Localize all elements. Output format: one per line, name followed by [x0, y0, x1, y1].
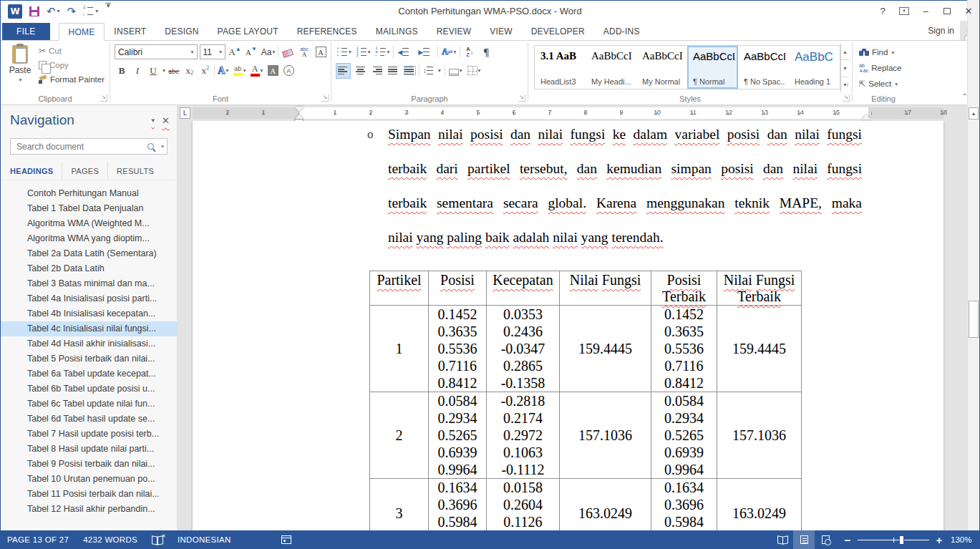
strikethrough-button[interactable]: abc	[167, 63, 181, 79]
tab-design[interactable]: DESIGN	[155, 23, 208, 40]
tab-add-ins[interactable]: ADD-INS	[594, 23, 649, 40]
tab-review[interactable]: REVIEW	[427, 23, 481, 40]
zoom-slider-thumb[interactable]	[899, 535, 904, 545]
tab-developer[interactable]: DEVELOPER	[522, 23, 594, 40]
word-count[interactable]: 4232 WORDS	[76, 530, 145, 549]
nav-heading-item[interactable]: Algoritma WMA yang dioptim...	[1, 231, 177, 246]
table-cell[interactable]: 163.0249	[717, 479, 802, 531]
style-card-heading-1[interactable]: AaBbCHeading 1	[789, 46, 840, 89]
page[interactable]: o Simpan nilai posisi dan nilai fungsi k…	[193, 121, 943, 530]
language-indicator[interactable]: INDONESIAN	[170, 530, 238, 549]
change-case-button[interactable]: Aa▾	[261, 44, 276, 60]
search-input[interactable]	[15, 141, 147, 152]
copy-button[interactable]: Copy	[37, 58, 107, 72]
paragraph-line[interactable]: nilai yang paling baik adalah nilai yang…	[388, 220, 862, 255]
font-color-button[interactable]: A▾	[249, 63, 265, 79]
zoom-out-button[interactable]: −	[843, 534, 852, 546]
style-card-normal[interactable]: AaBbCcDc¶ Normal	[687, 46, 738, 89]
bold-button[interactable]: B	[115, 63, 129, 79]
style-card-headlist3[interactable]: 3.1 AaBHeadList3	[535, 46, 586, 89]
nav-heading-item[interactable]: Tabel 6a Tabel update kecepat...	[1, 366, 177, 382]
table-cell[interactable]: 0.14520.36350.55360.71160.8412	[651, 306, 717, 392]
zoom-in-button[interactable]: +	[935, 534, 943, 546]
table-cell[interactable]: 157.1036	[560, 392, 651, 479]
help-button[interactable]: ?	[872, 2, 893, 21]
table-cell[interactable]: 0.05840.29340.52650.69390.9964	[651, 392, 717, 479]
format-painter-button[interactable]: Format Painter	[37, 72, 107, 87]
font-dialog-launcher[interactable]: ↘	[321, 94, 329, 102]
nav-heading-item[interactable]: Tabel 3 Batas minimal dan ma...	[1, 276, 177, 291]
redo-button[interactable]: ↷	[64, 3, 79, 20]
styles-scroll-down[interactable]: ▼	[841, 60, 849, 77]
table-cell[interactable]: 163.0249	[560, 479, 651, 531]
nav-heading-item[interactable]: Tabel 12 Hasil akhir perbandin...	[1, 502, 177, 517]
paragraph-dialog-launcher[interactable]: ↘	[518, 94, 525, 102]
underline-button[interactable]: U	[146, 63, 160, 79]
nav-heading-item[interactable]: Tabel 11 Posisi terbaik dan nilai...	[1, 487, 177, 502]
table-cell[interactable]: 0.16340.36960.59840.6965	[651, 479, 717, 531]
close-button[interactable]: ✕	[958, 2, 979, 21]
table-cell[interactable]: -0.28180.21740.29720.1063-0.1112	[487, 392, 560, 479]
replace-button[interactable]: ab↳acReplace	[857, 61, 903, 75]
nav-heading-item[interactable]: Algoritma WMA (Weighted M...	[1, 216, 177, 231]
print-layout-button[interactable]	[793, 530, 815, 549]
subscript-button[interactable]: x2	[183, 63, 197, 79]
vertical-scrollbar[interactable]: ▲	[967, 0, 979, 530]
qat-customize-button[interactable]: ▾	[102, 3, 114, 20]
paragraph[interactable]: Simpan nilai posisi dan nilai fungsi ke …	[388, 121, 862, 255]
align-center-button[interactable]	[353, 63, 367, 79]
table-header-cell[interactable]: PosisiTerbaik	[651, 271, 717, 306]
show-marks-button[interactable]: ¶	[479, 44, 493, 60]
nav-tab-headings[interactable]: HEADINGS	[10, 162, 62, 180]
table-header-cell[interactable]: Posisi	[429, 271, 487, 306]
table-cell[interactable]: 159.4445	[560, 306, 651, 392]
undo-dropdown-caret[interactable]: ▾	[57, 8, 60, 14]
search-icon[interactable]	[147, 143, 154, 150]
maximize-button[interactable]	[936, 2, 958, 21]
style-card-my-headi[interactable]: AaBbCcIMy Headi...	[586, 46, 636, 89]
multilevel-list-button[interactable]: 1ai▾	[374, 44, 392, 60]
distribute-button[interactable]	[402, 63, 417, 79]
clipboard-dialog-launcher[interactable]: ↘	[100, 94, 107, 102]
line-spacing-button[interactable]: ↕▾	[422, 63, 442, 79]
styles-scroll-up[interactable]: ▲	[841, 44, 849, 60]
paragraph-line[interactable]: terbaik sementara secara global. Karena …	[388, 186, 862, 220]
align-right-button[interactable]	[369, 63, 384, 79]
nav-heading-item[interactable]: Tabel 4c Inisialisasi nilai fungsi...	[1, 321, 177, 336]
undo-button[interactable]: ↶▾	[44, 3, 63, 20]
underline-caret[interactable]: ▾	[162, 67, 165, 74]
table-cell[interactable]: 3	[370, 479, 429, 531]
paste-button[interactable]: Paste ▾	[5, 44, 35, 93]
style-card-my-normal[interactable]: AaBbCcIMy Normal	[636, 46, 687, 89]
tab-view[interactable]: VIEW	[480, 23, 521, 40]
enclose-characters-button[interactable]: A	[281, 63, 296, 79]
nav-heading-item[interactable]: Tabel 4b Inisialisasi kecepatan...	[1, 306, 177, 321]
highlight-button[interactable]: ab▾	[232, 63, 248, 79]
table-cell[interactable]: 2	[370, 392, 429, 479]
paragraph-line[interactable]: Simpan nilai posisi dan nilai fungsi ke …	[388, 121, 862, 152]
scrollbar-thumb[interactable]	[969, 301, 979, 338]
table-cell[interactable]: 0.03530.2436-0.03470.2865-0.1358	[487, 306, 560, 392]
right-indent-marker[interactable]	[861, 115, 871, 120]
italic-button[interactable]: I	[130, 63, 145, 79]
nav-heading-item[interactable]: Tabel 6b Tabel update posisi u...	[1, 382, 177, 397]
macro-recording-button[interactable]	[274, 530, 299, 549]
tab-file[interactable]: FILE	[2, 23, 50, 40]
nav-heading-item[interactable]: Tabel 1 Tabel Data Penjualan	[1, 201, 177, 216]
data-table[interactable]: PartikelPosisiKecepatanNilai FungsiPosis…	[369, 271, 802, 530]
increase-indent-button[interactable]: ▶	[417, 44, 435, 60]
clear-formatting-button[interactable]	[281, 44, 295, 60]
styles-dialog-launcher[interactable]: ↘	[843, 94, 850, 102]
character-border-button[interactable]: A	[314, 44, 328, 60]
paragraph-line[interactable]: terbaik dari partikel tersebut, dan kemu…	[388, 152, 862, 186]
search-options-caret[interactable]: ▾	[161, 143, 164, 150]
bullets-button[interactable]: •••▾	[336, 44, 353, 60]
table-cell[interactable]: 0.16340.36960.59840.6965	[429, 479, 487, 531]
decrease-indent-button[interactable]: ◀	[396, 44, 414, 60]
sort-button[interactable]: AZ↓	[462, 44, 477, 60]
nav-heading-item[interactable]: Tabel 6d Tabel hasil update se...	[1, 412, 177, 427]
tab-references[interactable]: REFERENCES	[288, 23, 367, 40]
nav-heading-item[interactable]: Tabel 5 Posisi terbaik dan nilai...	[1, 351, 177, 366]
nav-heading-item[interactable]: Tabel 9 Posisi terbaik dan nilai...	[1, 457, 177, 472]
grow-font-button[interactable]: A▲	[228, 44, 242, 60]
